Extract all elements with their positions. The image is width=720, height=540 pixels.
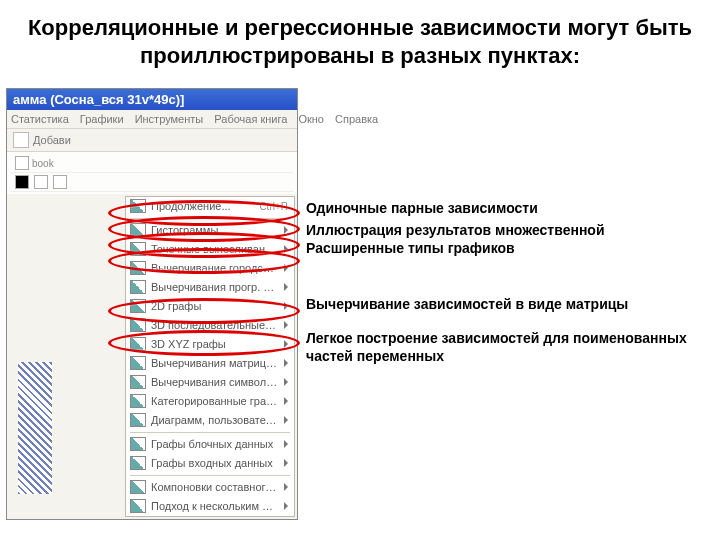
menu-item-label: 3D последовательные графы <box>151 319 278 331</box>
menu-item-label: Диаграмм, пользователем тра... <box>151 414 278 426</box>
chart-icon <box>130 480 146 494</box>
menu-item[interactable]: Вычерчивания символов... <box>126 373 294 392</box>
menu-item[interactable]: Графы входных данных <box>126 454 294 473</box>
chart-icon <box>130 223 146 237</box>
menu-item[interactable]: 3D XYZ графы <box>126 335 294 354</box>
menu-item-label: Категорированные графы <box>151 395 278 407</box>
sidebar-tools[interactable] <box>11 173 293 192</box>
chart-icon <box>130 394 146 408</box>
submenu-arrow-icon <box>284 245 288 253</box>
menu-graph[interactable]: Графики <box>80 113 124 125</box>
submenu-arrow-icon <box>284 226 288 234</box>
menu-item[interactable]: Вычерчивания матрицы... <box>126 354 294 373</box>
submenu-arrow-icon <box>284 502 288 510</box>
menu-item-label: 2D графы <box>151 300 278 312</box>
menu-book[interactable]: Рабочая книга <box>214 113 287 125</box>
annotation-4: Вычерчивание зависимостей в виде матрицы <box>306 296 716 314</box>
chart-icon <box>130 299 146 313</box>
menu-win[interactable]: Окно <box>298 113 324 125</box>
menu-item[interactable]: 3D последовательные графы <box>126 316 294 335</box>
chart-icon <box>130 337 146 351</box>
select-icon <box>34 175 48 189</box>
submenu-arrow-icon <box>284 416 288 424</box>
menu-item-label: Гистограммы... <box>151 224 278 236</box>
chart-icon <box>130 375 146 389</box>
menu-item-label: Вычерчивание городской с и... <box>151 262 278 274</box>
sidebar: book <box>7 152 297 194</box>
chart-icon <box>130 199 146 213</box>
submenu-arrow-icon <box>284 264 288 272</box>
annotation-2: Иллюстрация результатов множественной <box>306 222 605 240</box>
menu-item[interactable]: Вычерчивания прогр. ости... <box>126 278 294 297</box>
chart-icon <box>130 413 146 427</box>
annotation-5: Легкое построение зависимостей для поиме… <box>306 330 716 365</box>
book-icon <box>15 156 29 170</box>
menu-item[interactable]: Категорированные графы <box>126 392 294 411</box>
submenu-arrow-icon <box>284 359 288 367</box>
menu-separator <box>130 475 290 476</box>
chart-icon <box>130 261 146 275</box>
submenu-arrow-icon <box>284 459 288 467</box>
menu-item-label: Вычерчивания матрицы... <box>151 357 278 369</box>
chart-icon <box>130 499 146 513</box>
menu-item-label: Графы входных данных <box>151 457 278 469</box>
graphs-dropdown: Продолжение...Ctrl+RГистограммы...Точечн… <box>125 196 295 517</box>
toolbar: Добави <box>7 129 297 152</box>
toolbar-add-label[interactable]: Добави <box>33 134 71 146</box>
annotation-3: Расширенные типы графиков <box>306 240 515 258</box>
menubar[interactable]: Статистика Графики Инструменты Рабочая к… <box>7 110 297 129</box>
submenu-arrow-icon <box>284 283 288 291</box>
data-column-preview <box>18 362 52 494</box>
menu-item[interactable]: Продолжение...Ctrl+R <box>126 197 294 216</box>
submenu-arrow-icon <box>284 378 288 386</box>
menu-item-label: Точечные выносливания... <box>151 243 278 255</box>
menu-tools[interactable]: Инструменты <box>135 113 204 125</box>
submenu-arrow-icon <box>284 397 288 405</box>
menu-item-label: Вычерчивания прогр. ости... <box>151 281 278 293</box>
sidebar-label: book <box>32 158 54 169</box>
menu-item[interactable]: Гистограммы... <box>126 221 294 240</box>
annotation-1: Одиночные парные зависимости <box>306 200 538 218</box>
menu-separator <box>130 218 290 219</box>
slide-title: Корреляционные и регрессионные зависимос… <box>20 14 700 69</box>
chart-icon <box>130 318 146 332</box>
chart-icon <box>130 456 146 470</box>
menu-item-label: Компоновки составного графа <box>151 481 278 493</box>
menu-item[interactable]: Графы блочных данных <box>126 435 294 454</box>
menu-item-accelerator: Ctrl+R <box>259 201 288 212</box>
submenu-arrow-icon <box>284 321 288 329</box>
menu-item[interactable]: Диаграмм, пользователем тра... <box>126 411 294 430</box>
toolbar-icon[interactable] <box>13 132 29 148</box>
menu-item[interactable]: Подход к нескольким рамм... <box>126 497 294 516</box>
chart-icon <box>130 280 146 294</box>
chart-icon <box>130 437 146 451</box>
menu-item[interactable]: Точечные выносливания... <box>126 240 294 259</box>
window-titlebar: амма (Сосна_вся 31v*49c)] <box>7 89 297 110</box>
submenu-arrow-icon <box>284 340 288 348</box>
menu-help[interactable]: Справка <box>335 113 378 125</box>
menu-separator <box>130 432 290 433</box>
menu-item-label: Подход к нескольким рамм... <box>151 500 278 512</box>
menu-stat[interactable]: Статистика <box>11 113 69 125</box>
sidebar-item[interactable]: book <box>11 154 293 173</box>
menu-item[interactable]: 2D графы <box>126 297 294 316</box>
menu-item[interactable]: Вычерчивание городской с и... <box>126 259 294 278</box>
tool-icon <box>53 175 67 189</box>
submenu-arrow-icon <box>284 483 288 491</box>
menu-item-label: Вычерчивания символов... <box>151 376 278 388</box>
menu-item-label: Продолжение... <box>151 200 251 212</box>
chart-icon <box>130 242 146 256</box>
menu-item-label: Графы блочных данных <box>151 438 278 450</box>
chart-icon <box>130 356 146 370</box>
menu-item-label: 3D XYZ графы <box>151 338 278 350</box>
submenu-arrow-icon <box>284 302 288 310</box>
menu-item[interactable]: Компоновки составного графа <box>126 478 294 497</box>
arrow-icon <box>15 175 29 189</box>
submenu-arrow-icon <box>284 440 288 448</box>
